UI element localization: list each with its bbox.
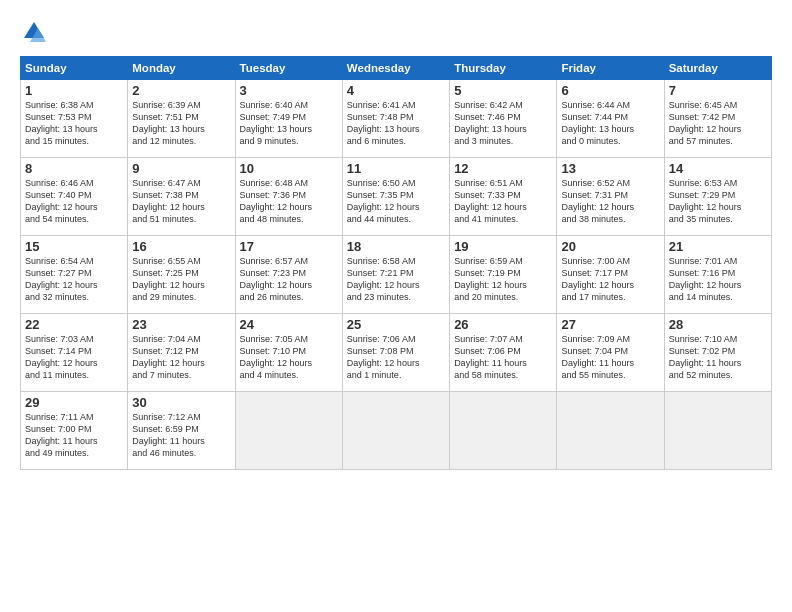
calendar-cell (342, 392, 449, 470)
calendar-cell: 29Sunrise: 7:11 AM Sunset: 7:00 PM Dayli… (21, 392, 128, 470)
day-info: Sunrise: 7:12 AM Sunset: 6:59 PM Dayligh… (132, 411, 230, 460)
calendar-cell (664, 392, 771, 470)
calendar-cell: 14Sunrise: 6:53 AM Sunset: 7:29 PM Dayli… (664, 158, 771, 236)
day-info: Sunrise: 7:07 AM Sunset: 7:06 PM Dayligh… (454, 333, 552, 382)
calendar-cell: 28Sunrise: 7:10 AM Sunset: 7:02 PM Dayli… (664, 314, 771, 392)
day-info: Sunrise: 7:11 AM Sunset: 7:00 PM Dayligh… (25, 411, 123, 460)
day-number: 1 (25, 83, 123, 98)
day-number: 22 (25, 317, 123, 332)
day-info: Sunrise: 6:45 AM Sunset: 7:42 PM Dayligh… (669, 99, 767, 148)
day-number: 24 (240, 317, 338, 332)
day-number: 21 (669, 239, 767, 254)
day-number: 14 (669, 161, 767, 176)
day-number: 11 (347, 161, 445, 176)
weekday-header-row: SundayMondayTuesdayWednesdayThursdayFrid… (21, 57, 772, 80)
calendar-table: SundayMondayTuesdayWednesdayThursdayFrid… (20, 56, 772, 470)
calendar-cell: 25Sunrise: 7:06 AM Sunset: 7:08 PM Dayli… (342, 314, 449, 392)
calendar-cell: 26Sunrise: 7:07 AM Sunset: 7:06 PM Dayli… (450, 314, 557, 392)
day-number: 8 (25, 161, 123, 176)
day-info: Sunrise: 6:51 AM Sunset: 7:33 PM Dayligh… (454, 177, 552, 226)
day-number: 10 (240, 161, 338, 176)
day-info: Sunrise: 7:01 AM Sunset: 7:16 PM Dayligh… (669, 255, 767, 304)
calendar-cell: 23Sunrise: 7:04 AM Sunset: 7:12 PM Dayli… (128, 314, 235, 392)
week-row-1: 1Sunrise: 6:38 AM Sunset: 7:53 PM Daylig… (21, 80, 772, 158)
day-number: 17 (240, 239, 338, 254)
day-number: 26 (454, 317, 552, 332)
calendar-cell: 6Sunrise: 6:44 AM Sunset: 7:44 PM Daylig… (557, 80, 664, 158)
day-number: 7 (669, 83, 767, 98)
calendar-cell: 4Sunrise: 6:41 AM Sunset: 7:48 PM Daylig… (342, 80, 449, 158)
calendar-cell (235, 392, 342, 470)
calendar-cell: 24Sunrise: 7:05 AM Sunset: 7:10 PM Dayli… (235, 314, 342, 392)
calendar-cell: 7Sunrise: 6:45 AM Sunset: 7:42 PM Daylig… (664, 80, 771, 158)
day-number: 29 (25, 395, 123, 410)
day-info: Sunrise: 7:04 AM Sunset: 7:12 PM Dayligh… (132, 333, 230, 382)
calendar-cell: 2Sunrise: 6:39 AM Sunset: 7:51 PM Daylig… (128, 80, 235, 158)
day-number: 18 (347, 239, 445, 254)
day-info: Sunrise: 7:10 AM Sunset: 7:02 PM Dayligh… (669, 333, 767, 382)
day-info: Sunrise: 6:39 AM Sunset: 7:51 PM Dayligh… (132, 99, 230, 148)
calendar-cell: 13Sunrise: 6:52 AM Sunset: 7:31 PM Dayli… (557, 158, 664, 236)
calendar-cell: 11Sunrise: 6:50 AM Sunset: 7:35 PM Dayli… (342, 158, 449, 236)
day-info: Sunrise: 6:40 AM Sunset: 7:49 PM Dayligh… (240, 99, 338, 148)
calendar-cell: 18Sunrise: 6:58 AM Sunset: 7:21 PM Dayli… (342, 236, 449, 314)
logo (20, 18, 50, 46)
day-info: Sunrise: 6:58 AM Sunset: 7:21 PM Dayligh… (347, 255, 445, 304)
weekday-header-sunday: Sunday (21, 57, 128, 80)
weekday-header-tuesday: Tuesday (235, 57, 342, 80)
weekday-header-thursday: Thursday (450, 57, 557, 80)
calendar-cell: 27Sunrise: 7:09 AM Sunset: 7:04 PM Dayli… (557, 314, 664, 392)
weekday-header-friday: Friday (557, 57, 664, 80)
day-info: Sunrise: 6:57 AM Sunset: 7:23 PM Dayligh… (240, 255, 338, 304)
calendar-cell: 17Sunrise: 6:57 AM Sunset: 7:23 PM Dayli… (235, 236, 342, 314)
day-number: 5 (454, 83, 552, 98)
calendar-cell: 12Sunrise: 6:51 AM Sunset: 7:33 PM Dayli… (450, 158, 557, 236)
day-number: 19 (454, 239, 552, 254)
calendar-cell: 19Sunrise: 6:59 AM Sunset: 7:19 PM Dayli… (450, 236, 557, 314)
day-info: Sunrise: 6:55 AM Sunset: 7:25 PM Dayligh… (132, 255, 230, 304)
calendar-cell: 21Sunrise: 7:01 AM Sunset: 7:16 PM Dayli… (664, 236, 771, 314)
calendar-cell: 1Sunrise: 6:38 AM Sunset: 7:53 PM Daylig… (21, 80, 128, 158)
day-number: 13 (561, 161, 659, 176)
day-info: Sunrise: 6:41 AM Sunset: 7:48 PM Dayligh… (347, 99, 445, 148)
day-number: 27 (561, 317, 659, 332)
day-info: Sunrise: 6:38 AM Sunset: 7:53 PM Dayligh… (25, 99, 123, 148)
calendar-cell: 10Sunrise: 6:48 AM Sunset: 7:36 PM Dayli… (235, 158, 342, 236)
day-info: Sunrise: 6:44 AM Sunset: 7:44 PM Dayligh… (561, 99, 659, 148)
day-number: 16 (132, 239, 230, 254)
day-number: 4 (347, 83, 445, 98)
logo-icon (20, 18, 48, 46)
day-number: 6 (561, 83, 659, 98)
calendar-cell: 16Sunrise: 6:55 AM Sunset: 7:25 PM Dayli… (128, 236, 235, 314)
day-info: Sunrise: 6:42 AM Sunset: 7:46 PM Dayligh… (454, 99, 552, 148)
day-number: 2 (132, 83, 230, 98)
calendar-cell: 15Sunrise: 6:54 AM Sunset: 7:27 PM Dayli… (21, 236, 128, 314)
day-info: Sunrise: 6:52 AM Sunset: 7:31 PM Dayligh… (561, 177, 659, 226)
calendar-cell: 22Sunrise: 7:03 AM Sunset: 7:14 PM Dayli… (21, 314, 128, 392)
calendar-cell: 30Sunrise: 7:12 AM Sunset: 6:59 PM Dayli… (128, 392, 235, 470)
week-row-4: 22Sunrise: 7:03 AM Sunset: 7:14 PM Dayli… (21, 314, 772, 392)
calendar-cell: 8Sunrise: 6:46 AM Sunset: 7:40 PM Daylig… (21, 158, 128, 236)
week-row-3: 15Sunrise: 6:54 AM Sunset: 7:27 PM Dayli… (21, 236, 772, 314)
calendar-cell: 9Sunrise: 6:47 AM Sunset: 7:38 PM Daylig… (128, 158, 235, 236)
day-info: Sunrise: 6:59 AM Sunset: 7:19 PM Dayligh… (454, 255, 552, 304)
day-info: Sunrise: 7:09 AM Sunset: 7:04 PM Dayligh… (561, 333, 659, 382)
calendar-cell (557, 392, 664, 470)
day-info: Sunrise: 6:47 AM Sunset: 7:38 PM Dayligh… (132, 177, 230, 226)
day-number: 28 (669, 317, 767, 332)
calendar-cell (450, 392, 557, 470)
day-info: Sunrise: 7:03 AM Sunset: 7:14 PM Dayligh… (25, 333, 123, 382)
page-header (20, 18, 772, 46)
day-info: Sunrise: 6:54 AM Sunset: 7:27 PM Dayligh… (25, 255, 123, 304)
weekday-header-saturday: Saturday (664, 57, 771, 80)
day-number: 3 (240, 83, 338, 98)
day-number: 25 (347, 317, 445, 332)
day-number: 20 (561, 239, 659, 254)
day-info: Sunrise: 6:53 AM Sunset: 7:29 PM Dayligh… (669, 177, 767, 226)
weekday-header-monday: Monday (128, 57, 235, 80)
weekday-header-wednesday: Wednesday (342, 57, 449, 80)
day-info: Sunrise: 7:00 AM Sunset: 7:17 PM Dayligh… (561, 255, 659, 304)
calendar-cell: 5Sunrise: 6:42 AM Sunset: 7:46 PM Daylig… (450, 80, 557, 158)
day-info: Sunrise: 6:50 AM Sunset: 7:35 PM Dayligh… (347, 177, 445, 226)
day-number: 12 (454, 161, 552, 176)
